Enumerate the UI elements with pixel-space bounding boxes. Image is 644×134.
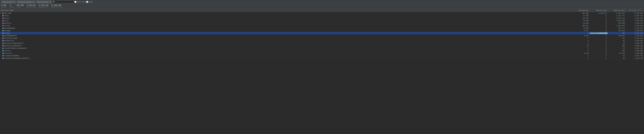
row-name-text: HashMap xyxy=(4,30,10,31)
row-shallow-size: 144 xyxy=(608,37,626,39)
table-row[interactable]: Bitmap82,617,4803682,617,848 xyxy=(0,32,644,34)
expand-icon: ▼ xyxy=(0,12,1,14)
table-row[interactable]: ▼app heap407,5682,708,51217,501,64174,26… xyxy=(0,12,644,14)
table-row[interactable]: HashMap$Node19,0530457,2722,876,152 xyxy=(0,27,644,29)
row-retained-size: 4,482,408 xyxy=(626,20,644,21)
retained-size-value: 74,265,268 xyxy=(51,4,61,6)
table-row[interactable]: HashMap$Node[]6,5320182,3522,426,802 xyxy=(0,34,644,37)
table-container: Callstack Name Allocations Native Size S… xyxy=(0,9,644,134)
row-shallow-size: 80 xyxy=(608,42,626,44)
row-allocations: 3 xyxy=(572,40,590,42)
search-input[interactable] xyxy=(56,1,74,3)
row-retained-size: 3,076,653 xyxy=(626,25,644,26)
type-icon xyxy=(2,20,4,21)
row-allocations: 3 xyxy=(572,47,590,49)
type-icon xyxy=(2,55,4,56)
row-retained-size: 3,596,411 xyxy=(626,22,644,24)
row-native-size: 0 xyxy=(590,50,608,52)
row-native-size: 0 xyxy=(590,25,608,26)
row-native-size: 0 xyxy=(590,35,608,37)
type-icon xyxy=(2,50,4,51)
type-icon xyxy=(2,15,4,16)
regex-checkbox[interactable] xyxy=(86,1,88,3)
table-row[interactable]: Class17,60102,311,4715,031,214 xyxy=(0,14,644,17)
table-row[interactable]: ClassPathURLStreamHandler30482,087,156 xyxy=(0,47,644,49)
stat-shallow-size: 17,501,641 Shallow Size xyxy=(38,4,48,8)
th-name[interactable]: Callstack Name xyxy=(0,9,572,12)
type-icon xyxy=(2,22,4,24)
row-allocations: 6,637 xyxy=(572,30,590,31)
stat-count: 407,568 Count xyxy=(17,4,24,8)
row-allocations: 407,568 xyxy=(572,12,590,14)
table-row[interactable]: int[]26,99804,482,4084,482,408 xyxy=(0,19,644,22)
row-name: HashMap xyxy=(0,30,572,31)
row-retained-size: 2,876,152 xyxy=(626,27,644,29)
th-native-size[interactable]: Native Size xyxy=(590,9,608,12)
row-name-text: HashMap$Node[] xyxy=(4,35,17,37)
row-retained-size: 5,031,214 xyxy=(626,15,644,16)
th-shallow-size-label: Shallow Size xyxy=(614,9,625,11)
table-row[interactable]: PathClassLoader301442,167,429 xyxy=(0,37,644,39)
table-row[interactable]: GroupedLinkedMap20321,833,756 xyxy=(0,54,644,57)
row-native-size: 0 xyxy=(590,40,608,42)
match-case-checkbox[interactable] xyxy=(74,1,76,3)
th-shallow-size[interactable]: Shallow Size xyxy=(608,9,626,12)
th-allocations-label: Allocations xyxy=(578,9,588,11)
row-shallow-size: 48 xyxy=(608,47,626,49)
classes-label: Classes xyxy=(1,6,7,8)
row-name: Bitmap xyxy=(0,32,572,34)
row-allocations: 2 xyxy=(572,55,590,57)
match-case-text: Match Case xyxy=(76,1,86,3)
row-retained-size: 2,086,809 xyxy=(626,50,644,52)
row-retained-size: 2,090,187 xyxy=(626,42,644,44)
row-retained-size: 2,087,156 xyxy=(626,47,644,49)
table-row[interactable]: HashMap6,6370265,4802,630,596 xyxy=(0,29,644,32)
arrange-by-select[interactable]: Arrange by callstack xyxy=(16,0,35,3)
table-row[interactable]: GroupedLinkedMap$LinkedEntry40961,833,42… xyxy=(0,57,644,59)
view-app-heap-select[interactable]: View app heap xyxy=(1,0,16,3)
row-shallow-size: 4,482,408 xyxy=(608,20,626,21)
show-all-classes-select[interactable]: Show all classes xyxy=(36,0,52,3)
type-icon xyxy=(2,37,4,39)
row-retained-size: 74,265,268 xyxy=(626,12,644,14)
row-retained-size: 2,167,429 xyxy=(626,37,644,39)
row-name-text: ClassPathURLStreamHandler xyxy=(4,47,27,49)
table-row[interactable]: ArrayList3,105062,1002,059,802 xyxy=(0,52,644,54)
row-name: byte[] xyxy=(0,17,572,19)
table-row[interactable]: DexPathList$Element[]30802,090,187 xyxy=(0,42,644,44)
stats-bar: 4,230 Classes 0 Leaks 407,568 Count 2,70… xyxy=(0,4,644,9)
type-icon xyxy=(2,58,4,59)
th-allocations[interactable]: Allocations xyxy=(572,9,590,12)
row-native-size: 2,617,480 xyxy=(590,32,608,34)
row-name: Class xyxy=(0,15,572,16)
row-native-size: 0 xyxy=(590,15,608,16)
match-case-label[interactable]: Match Case xyxy=(74,1,86,3)
row-native-size: 0 xyxy=(590,17,608,19)
stat-leaks: 0 Leaks xyxy=(10,4,14,8)
regex-label[interactable]: Regex xyxy=(86,1,93,3)
row-shallow-size: 96 xyxy=(608,40,626,42)
table-row[interactable]: byte[]114,31004,911,4104,911,410 xyxy=(0,17,644,19)
type-icon xyxy=(2,40,4,41)
regex-text: Regex xyxy=(88,1,93,3)
table-row[interactable]: Object[]18,8690645,0083,596,411 xyxy=(0,22,644,24)
toolbar: View app heap Arrange by callstack Show … xyxy=(0,0,644,4)
search-icon-button[interactable]: 🔍 xyxy=(52,1,56,3)
table-row[interactable]: DexPathList30962,092,596 xyxy=(0,39,644,42)
row-name: Object[] xyxy=(0,22,572,24)
count-label: Count xyxy=(17,6,21,8)
row-shallow-size: 17,501,641 xyxy=(608,12,626,14)
th-retained-size[interactable]: Retained Size ↓ xyxy=(626,9,644,12)
row-retained-size: 1,833,428 xyxy=(626,57,644,59)
row-name-text: String xyxy=(4,25,10,26)
row-shallow-size: 368 xyxy=(608,32,626,34)
table-row[interactable]: String100,10101,601,6163,076,653 xyxy=(0,24,644,27)
retained-size-label: Retained Size xyxy=(51,6,62,8)
table-row[interactable]: DexPathList$Element2005002,090,101 xyxy=(0,44,644,47)
row-name: DexPathList$Element xyxy=(0,45,572,47)
row-name: String xyxy=(0,25,572,26)
type-icon xyxy=(2,48,4,49)
row-native-size: 0 xyxy=(590,47,608,49)
table-row[interactable]: JarFile301862,086,809 xyxy=(0,49,644,52)
leaks-value: 0 xyxy=(10,4,11,6)
